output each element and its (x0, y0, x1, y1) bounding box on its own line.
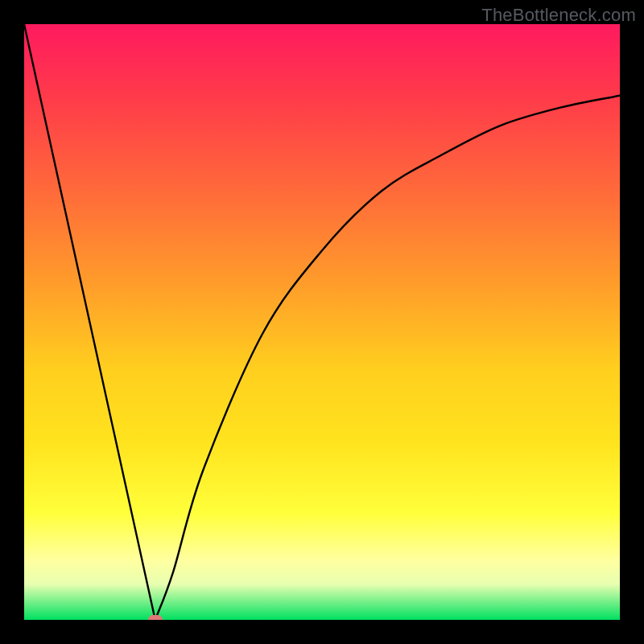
bottleneck-curve (24, 24, 620, 620)
plot-area (24, 24, 620, 620)
optimal-point-marker (148, 615, 163, 620)
chart-frame (24, 24, 620, 620)
watermark-text: TheBottleneck.com (481, 5, 636, 26)
